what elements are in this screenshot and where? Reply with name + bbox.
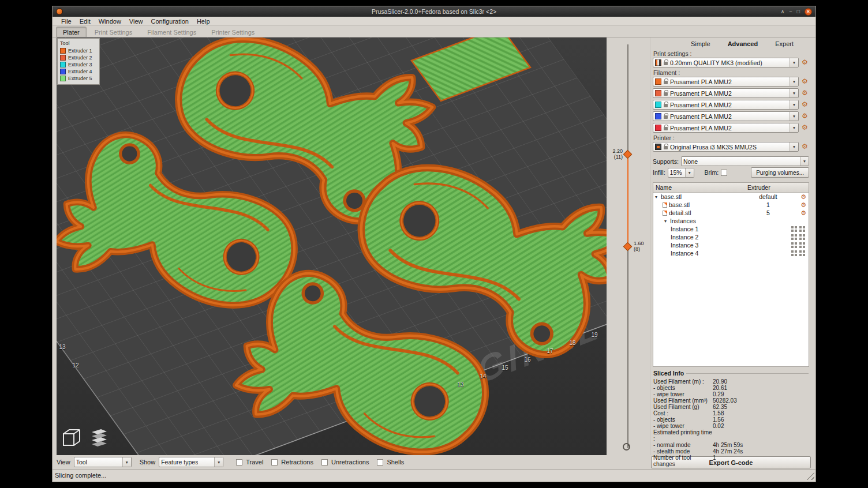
filament-combo-3[interactable]: Prusament PLA MMU2 ▼ bbox=[653, 100, 799, 110]
mode-tabs: Simple Advanced Expert bbox=[652, 37, 810, 49]
instance-grid-icon[interactable] bbox=[799, 234, 802, 237]
filament-5-gear-icon[interactable]: ⚙ bbox=[800, 123, 809, 132]
instance-grid-icon[interactable] bbox=[799, 250, 802, 253]
tab-printer-settings[interactable]: Printer Settings bbox=[204, 27, 261, 37]
extruder-select[interactable]: 1 bbox=[747, 201, 789, 208]
menu-file[interactable]: File bbox=[57, 18, 76, 25]
instance-grid-icon[interactable] bbox=[791, 234, 794, 237]
axis-x-label: 16 bbox=[524, 356, 530, 363]
part-settings-gear-icon[interactable]: ⚙ bbox=[789, 201, 809, 208]
chevron-down-icon[interactable]: ▼ bbox=[790, 112, 798, 121]
menu-window[interactable]: Window bbox=[95, 18, 125, 25]
extruder-3-label: Extruder 3 bbox=[68, 61, 92, 68]
show-combo[interactable]: Feature types ▼ bbox=[159, 457, 223, 467]
mode-simple[interactable]: Simple bbox=[691, 40, 710, 47]
tab-filament-settings[interactable]: Filament Settings bbox=[140, 27, 203, 37]
mode-expert[interactable]: Expert bbox=[775, 40, 794, 47]
retractions-label: Retractions bbox=[281, 459, 313, 466]
filament-combo-1[interactable]: Prusament PLA MMU2 ▼ bbox=[653, 77, 799, 87]
tab-print-settings[interactable]: Print Settings bbox=[88, 27, 139, 37]
chevron-down-icon[interactable]: ▼ bbox=[790, 142, 798, 151]
extruder-select[interactable]: default bbox=[747, 193, 789, 200]
layer-slider-handle-top[interactable] bbox=[623, 150, 633, 159]
print-settings-gear-icon[interactable]: ⚙ bbox=[800, 58, 809, 67]
filament-3-gear-icon[interactable]: ⚙ bbox=[800, 100, 809, 109]
object-list: Name Extruder ▾base.stl default ⚙ base.s… bbox=[653, 182, 809, 367]
extruder-1-label: Extruder 1 bbox=[68, 47, 92, 54]
instance-grid-icon[interactable] bbox=[799, 242, 802, 245]
mode-advanced[interactable]: Advanced bbox=[728, 40, 758, 47]
extruder-5-swatch bbox=[60, 76, 66, 81]
extruder-select[interactable]: 5 bbox=[747, 209, 789, 216]
table-row-instance-1[interactable]: Instance 1 bbox=[653, 225, 809, 233]
chevron-down-icon[interactable]: ▼ bbox=[790, 58, 798, 67]
tab-plater[interactable]: Plater bbox=[56, 27, 87, 37]
3d-view-icon[interactable] bbox=[59, 424, 84, 452]
table-row-base-part[interactable]: base.stl 1 ⚙ bbox=[653, 201, 809, 209]
table-row-instance-3[interactable]: Instance 3 bbox=[653, 241, 809, 249]
chevron-down-icon[interactable]: ▼ bbox=[800, 157, 809, 166]
menu-edit[interactable]: Edit bbox=[76, 18, 95, 25]
table-row-detail-part[interactable]: detail.stl 5 ⚙ bbox=[653, 209, 809, 217]
instance-grid-icon[interactable] bbox=[791, 242, 794, 245]
travel-checkbox[interactable] bbox=[236, 459, 242, 466]
shade-icon[interactable]: ∧ bbox=[781, 8, 785, 16]
filament-combo-2[interactable]: Prusament PLA MMU2 ▼ bbox=[653, 88, 799, 98]
menu-view[interactable]: View bbox=[125, 18, 147, 25]
infill-combo[interactable]: 15% ▼ bbox=[668, 168, 694, 178]
table-row-instances[interactable]: ▾Instances bbox=[653, 217, 809, 225]
purging-volumes-button[interactable]: Purging volumes... bbox=[751, 167, 809, 178]
object-settings-icon[interactable]: ⚙ bbox=[789, 193, 809, 200]
chevron-down-icon[interactable]: ▼ bbox=[214, 457, 223, 467]
retractions-checkbox[interactable] bbox=[271, 459, 278, 466]
table-row-instance-4[interactable]: Instance 4 bbox=[653, 249, 809, 257]
filament-2-gear-icon[interactable]: ⚙ bbox=[800, 89, 809, 97]
chevron-down-icon[interactable]: ▾ bbox=[653, 194, 659, 200]
chevron-down-icon[interactable]: ▼ bbox=[790, 77, 798, 86]
filament-1-gear-icon[interactable]: ⚙ bbox=[800, 77, 809, 86]
instance-grid-icon[interactable] bbox=[791, 250, 794, 253]
instance-grid-icon[interactable] bbox=[791, 226, 794, 228]
close-icon[interactable]: × bbox=[805, 8, 812, 16]
menu-help[interactable]: Help bbox=[193, 18, 214, 25]
chevron-down-icon[interactable]: ▼ bbox=[790, 100, 798, 109]
axis-x-label: 14 bbox=[480, 373, 486, 380]
view-combo[interactable]: Tool ▼ bbox=[74, 457, 132, 467]
menu-configuration[interactable]: Configuration bbox=[147, 18, 192, 25]
minimize-icon[interactable]: − bbox=[789, 8, 792, 16]
chevron-down-icon[interactable]: ▼ bbox=[685, 168, 694, 177]
chevron-down-icon[interactable]: ▼ bbox=[122, 457, 131, 467]
bed-scene: ORIGINAL PRUSA bbox=[57, 37, 607, 455]
instance-grid-icon[interactable] bbox=[799, 226, 802, 228]
axis-x-label: 19 bbox=[591, 332, 597, 338]
chevron-down-icon[interactable]: ▼ bbox=[790, 89, 798, 97]
resize-grip[interactable] bbox=[806, 472, 814, 480]
statusbar: Slicing complete... bbox=[53, 469, 815, 481]
3d-viewport[interactable]: ORIGINAL PRUSA 13 14 15 16 17 18 19 13 1… bbox=[57, 37, 607, 455]
filament-3-swatch bbox=[655, 102, 661, 108]
maximize-icon[interactable]: □ bbox=[797, 8, 800, 16]
filament-4-gear-icon[interactable]: ⚙ bbox=[800, 112, 809, 121]
shells-checkbox[interactable] bbox=[377, 459, 383, 466]
infill-label: Infill: bbox=[653, 169, 665, 176]
supports-combo[interactable]: None ▼ bbox=[681, 156, 809, 166]
filament-combo-5[interactable]: Prusament PLA MMU2 ▼ bbox=[653, 123, 799, 133]
layers-view-icon[interactable] bbox=[87, 424, 111, 452]
printer-gear-icon[interactable]: ⚙ bbox=[800, 142, 809, 151]
print-settings-combo[interactable]: 0.20mm QUALITY MK3 (modified) ▼ bbox=[653, 58, 799, 67]
filament-combo-4[interactable]: Prusament PLA MMU2 ▼ bbox=[653, 111, 799, 121]
printer-combo[interactable]: Original Prusa i3 MK3S MMU2S ▼ bbox=[653, 142, 799, 152]
table-row-base[interactable]: ▾base.stl default ⚙ bbox=[653, 193, 809, 201]
lock-icon bbox=[664, 92, 668, 96]
unretractions-checkbox[interactable] bbox=[321, 459, 328, 466]
print-profile-icon bbox=[655, 59, 661, 66]
chevron-down-icon[interactable]: ▾ bbox=[663, 219, 668, 224]
printer-icon bbox=[655, 144, 661, 150]
extruder-4-label: Extruder 4 bbox=[68, 68, 92, 75]
table-row-instance-2[interactable]: Instance 2 bbox=[653, 233, 809, 241]
part-settings-gear-icon[interactable]: ⚙ bbox=[789, 209, 809, 216]
layer-slider-handle-bottom[interactable] bbox=[623, 242, 633, 251]
reslice-icon[interactable] bbox=[623, 443, 630, 451]
brim-checkbox[interactable] bbox=[721, 170, 727, 176]
chevron-down-icon[interactable]: ▼ bbox=[790, 123, 798, 132]
